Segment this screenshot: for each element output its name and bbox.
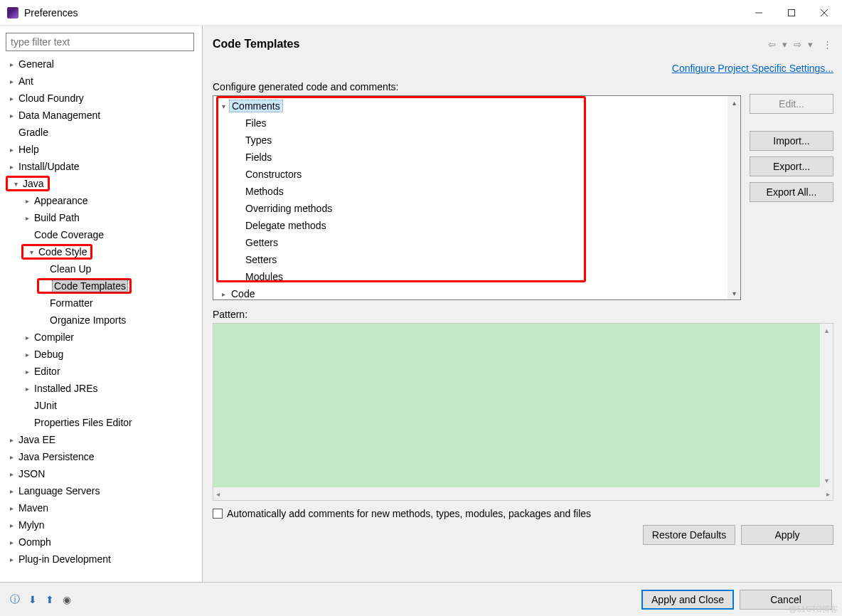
tree-item[interactable]: ▾Java xyxy=(6,175,191,192)
export-prefs-icon[interactable]: ⬆ xyxy=(46,594,54,605)
record-icon[interactable]: ◉ xyxy=(63,594,71,605)
template-node[interactable]: Delegate methods xyxy=(243,217,726,234)
template-node[interactable]: Overriding methods xyxy=(243,200,726,217)
edit-button[interactable]: Edit... xyxy=(750,94,833,114)
pattern-textarea[interactable]: ▴▾ ◂▸ xyxy=(213,323,833,501)
preferences-tree[interactable]: ▸General▸Ant▸Cloud Foundry▸Data Manageme… xyxy=(6,55,202,582)
close-button[interactable] xyxy=(808,1,841,25)
template-node[interactable]: Fields xyxy=(243,149,726,166)
restore-defaults-button[interactable]: Restore Defaults xyxy=(643,525,735,545)
tree-item[interactable]: ▸Mylyn xyxy=(6,516,191,533)
scroll-left-icon[interactable]: ◂ xyxy=(216,490,220,498)
maximize-button[interactable] xyxy=(775,1,808,25)
tree-item[interactable]: Organize Imports xyxy=(6,312,191,329)
tree-item[interactable]: Code Coverage xyxy=(6,226,191,243)
apply-and-close-button[interactable]: Apply and Close xyxy=(641,590,734,610)
chevron-right-icon[interactable]: ▸ xyxy=(21,383,33,394)
chevron-right-icon[interactable]: ▸ xyxy=(6,110,17,121)
export-button[interactable]: Export... xyxy=(750,156,833,176)
chevron-right-icon[interactable]: ▸ xyxy=(6,519,17,531)
scroll-up-icon[interactable]: ▴ xyxy=(728,96,740,109)
chevron-right-icon[interactable]: ▸ xyxy=(6,92,17,104)
chevron-right-icon[interactable]: ▸ xyxy=(6,468,17,479)
template-node[interactable]: Getters xyxy=(243,234,726,251)
help-icon[interactable]: ⓘ xyxy=(10,593,20,606)
tree-item[interactable]: ▸Language Servers xyxy=(6,482,191,499)
templates-tree[interactable]: ▾ Comments FilesTypesFieldsConstructorsM… xyxy=(213,95,741,300)
tree-item[interactable]: ▸General xyxy=(6,55,191,73)
chevron-right-icon[interactable]: ▸ xyxy=(6,553,17,565)
scroll-up-icon[interactable]: ▴ xyxy=(825,326,828,334)
template-node-code[interactable]: ▸ Code xyxy=(218,285,726,300)
chevron-right-icon[interactable]: ▸ xyxy=(21,349,33,360)
chevron-right-icon[interactable]: ▸ xyxy=(6,451,17,462)
chevron-right-icon[interactable]: ▸ xyxy=(6,536,17,548)
template-node-comments[interactable]: ▾ Comments xyxy=(218,97,726,115)
tree-item[interactable]: Formatter xyxy=(6,294,191,312)
import-button[interactable]: Import... xyxy=(750,131,833,151)
tree-item[interactable]: ▸Appearance xyxy=(6,192,191,209)
apply-button[interactable]: Apply xyxy=(741,525,833,545)
horizontal-scrollbar[interactable]: ◂▸ xyxy=(213,487,833,500)
chevron-down-icon[interactable]: ▾ xyxy=(10,178,21,189)
scroll-down-icon[interactable]: ▾ xyxy=(728,287,740,299)
template-node[interactable]: Setters xyxy=(243,251,726,268)
forward-menu-icon[interactable]: ▾ xyxy=(804,39,816,50)
vertical-scrollbar[interactable]: ▴▾ xyxy=(820,324,833,487)
tree-item[interactable]: Clean Up xyxy=(6,260,191,277)
chevron-down-icon[interactable]: ▾ xyxy=(218,100,229,112)
tree-item[interactable]: ▸Installed JREs xyxy=(6,380,191,397)
back-menu-icon[interactable]: ▾ xyxy=(778,39,791,50)
chevron-right-icon[interactable]: ▸ xyxy=(21,331,33,343)
tree-item[interactable]: ▸Editor xyxy=(6,363,191,380)
chevron-down-icon[interactable]: ▾ xyxy=(26,246,37,257)
tree-item[interactable]: Code Templates xyxy=(6,277,191,294)
tree-item[interactable]: ▸Maven xyxy=(6,499,191,516)
filter-input[interactable] xyxy=(6,33,194,51)
template-node[interactable]: Methods xyxy=(243,183,726,200)
chevron-right-icon[interactable]: ▸ xyxy=(6,502,17,514)
tree-item[interactable]: ▸Java EE xyxy=(6,431,191,448)
scroll-down-icon[interactable]: ▾ xyxy=(825,477,828,484)
tree-item[interactable]: ▸Data Management xyxy=(6,107,191,124)
chevron-right-icon[interactable]: ▸ xyxy=(21,195,33,206)
vertical-scrollbar[interactable]: ▴ ▾ xyxy=(728,96,740,299)
tree-item[interactable]: ▾Code Style xyxy=(6,243,191,260)
tree-item[interactable]: ▸Plug-in Development xyxy=(6,551,191,568)
tree-item[interactable]: ▸Install/Update xyxy=(6,158,191,175)
chevron-right-icon[interactable]: ▸ xyxy=(218,288,229,299)
chevron-right-icon[interactable]: ▸ xyxy=(6,485,17,496)
minimize-button[interactable] xyxy=(742,1,775,25)
chevron-right-icon[interactable]: ▸ xyxy=(21,366,33,377)
tree-item[interactable]: ▸Cloud Foundry xyxy=(6,90,191,107)
tree-item[interactable]: Gradle xyxy=(6,124,191,141)
configure-project-settings-link[interactable]: Configure Project Specific Settings... xyxy=(672,63,833,74)
scroll-right-icon[interactable]: ▸ xyxy=(826,490,830,498)
tree-item[interactable]: Properties Files Editor xyxy=(6,414,191,431)
chevron-right-icon[interactable]: ▸ xyxy=(6,144,17,155)
tree-item[interactable]: ▸Help xyxy=(6,141,191,158)
template-node[interactable]: Modules xyxy=(243,268,726,285)
chevron-right-icon[interactable]: ▸ xyxy=(6,75,17,87)
chevron-right-icon[interactable]: ▸ xyxy=(6,58,17,70)
tree-item[interactable]: ▸Java Persistence xyxy=(6,448,191,465)
tree-item[interactable]: ▸Oomph xyxy=(6,533,191,551)
tree-item[interactable]: ▸Compiler xyxy=(6,329,191,346)
template-node[interactable]: Types xyxy=(243,132,726,149)
back-icon[interactable]: ⇦ xyxy=(765,39,778,50)
import-prefs-icon[interactable]: ⬇ xyxy=(28,594,37,605)
chevron-right-icon[interactable]: ▸ xyxy=(6,161,17,172)
export-all-button[interactable]: Export All... xyxy=(750,182,833,202)
template-node[interactable]: Files xyxy=(243,115,726,132)
menu-icon[interactable]: ⋮ xyxy=(821,39,833,50)
tree-item[interactable]: ▸JSON xyxy=(6,465,191,482)
auto-add-comments-checkbox[interactable] xyxy=(213,509,223,519)
tree-item[interactable]: ▸Debug xyxy=(6,346,191,363)
tree-item[interactable]: ▸Ant xyxy=(6,73,191,90)
tree-item[interactable]: JUnit xyxy=(6,397,191,414)
chevron-right-icon[interactable]: ▸ xyxy=(21,212,33,223)
template-node[interactable]: Constructors xyxy=(243,166,726,183)
forward-icon[interactable]: ⇨ xyxy=(791,39,804,50)
tree-item[interactable]: ▸Build Path xyxy=(6,209,191,226)
chevron-right-icon[interactable]: ▸ xyxy=(6,434,17,445)
